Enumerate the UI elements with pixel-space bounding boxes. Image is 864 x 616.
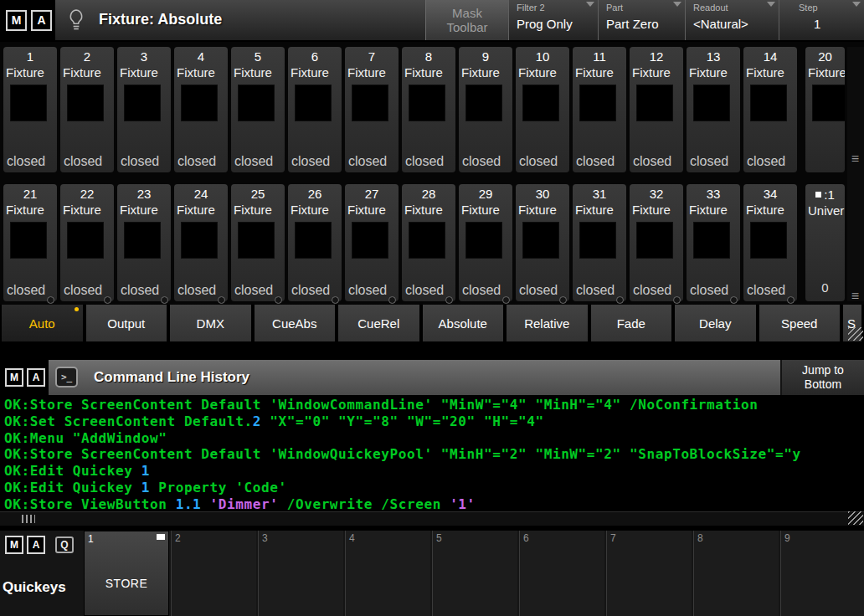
quickeys-window: M A Q Quickeys 1STORE23456789 — [0, 531, 864, 616]
fixture-status: closed — [405, 154, 444, 169]
fixture-status: closed — [576, 154, 615, 169]
fixture-cell[interactable]: 4Fixtureclosed — [174, 47, 228, 172]
fixture-value-box — [352, 222, 388, 259]
quickey-tile[interactable]: 3 — [258, 531, 343, 616]
fixture-cell[interactable]: 11Fixtureclosed — [573, 47, 626, 172]
fixture-cell[interactable]: 27Fixtureclosed — [345, 184, 399, 301]
universe-square-icon — [815, 192, 821, 198]
fixture-cell[interactable]: 9Fixtureclosed — [459, 47, 512, 172]
fixture-cell[interactable]: 24Fixtureclosed — [174, 184, 228, 301]
quickey-number: 6 — [523, 532, 529, 544]
fixture-cell[interactable]: 29Fixtureclosed — [459, 184, 512, 301]
fixture-cell[interactable]: 14Fixtureclosed — [743, 47, 797, 172]
fixture-id: 1 — [3, 47, 57, 64]
scrollbar-handle-icon[interactable]: ≡ — [848, 152, 862, 165]
quickey-tile[interactable]: 2 — [171, 531, 256, 616]
fixture-cell[interactable]: 6Fixtureclosed — [288, 47, 342, 172]
fixture-cell[interactable]: 2Fixtureclosed — [60, 47, 114, 172]
part-dropdown[interactable]: Part Part Zero — [598, 0, 685, 40]
fixture-cell[interactable]: 13Fixtureclosed — [687, 47, 740, 172]
fixture-cell[interactable]: 8Fixtureclosed — [402, 47, 455, 172]
fixture-cell[interactable]: 10Fixtureclosed — [516, 47, 569, 172]
vertical-scrollbar[interactable]: ≡ ≡ — [847, 47, 864, 301]
command-segment: '1' — [450, 496, 476, 511]
fixture-cell[interactable]: 20 Fixture — [805, 47, 845, 172]
quickey-number: 7 — [610, 532, 616, 544]
filter-dropdown[interactable]: Filter 2 Prog Only — [508, 0, 598, 40]
quickey-tile[interactable]: 9 — [780, 531, 864, 616]
tab-absolute[interactable]: Absolute — [423, 305, 504, 341]
tab-output[interactable]: Output — [86, 305, 167, 341]
ma-logo[interactable]: M A — [0, 0, 55, 40]
fixture-cell[interactable]: 5Fixtureclosed — [231, 47, 285, 172]
command-segment: OK:Edit Quickey — [4, 480, 141, 495]
fixture-cell[interactable]: 1Fixtureclosed — [3, 47, 57, 172]
fixture-cell[interactable]: 26Fixtureclosed — [288, 184, 342, 301]
fixture-status: closed — [7, 154, 45, 169]
quickeys-titlebar[interactable]: M A Q — [5, 536, 74, 554]
fixture-name: Fixture — [516, 203, 569, 217]
command-line-icon: >_ — [55, 367, 78, 388]
quickey-tile[interactable]: 8 — [693, 531, 779, 616]
fixture-cell[interactable]: 34Fixtureclosed — [743, 184, 797, 301]
universe-label: :1 — [824, 187, 835, 202]
step-dropdown[interactable]: Step 1 — [779, 0, 864, 40]
fixture-cell[interactable]: 32Fixtureclosed — [630, 184, 683, 301]
fixture-value-box — [124, 85, 161, 121]
chevron-down-icon — [767, 2, 775, 7]
fixture-cell[interactable]: 7Fixtureclosed — [345, 47, 399, 172]
quickey-tile[interactable]: 4 — [345, 531, 430, 616]
jump-to-bottom-button[interactable]: Jump to Bottom — [780, 360, 864, 395]
resize-grip-icon[interactable] — [848, 327, 863, 341]
fixture-cell[interactable]: 31Fixtureclosed — [573, 184, 626, 301]
fixture-id: 34 — [743, 184, 797, 201]
quickey-tile[interactable]: 1STORE — [84, 531, 169, 616]
column-marker-dot — [730, 296, 738, 304]
mask-toolbar-button[interactable]: Mask Toolbar — [425, 0, 508, 40]
quickey-tile[interactable]: 5 — [432, 531, 517, 616]
tab-fade[interactable]: Fade — [591, 305, 672, 341]
fixture-cell[interactable]: 33Fixtureclosed — [687, 184, 740, 301]
command-history-titlebar[interactable]: M A >_ Command Line History Jump to Bott… — [0, 360, 864, 395]
tab-delay[interactable]: Delay — [675, 305, 756, 341]
ma-logo[interactable]: M A — [0, 360, 49, 395]
scrollbar-handle-icon[interactable] — [22, 515, 35, 523]
tab-cueabs[interactable]: CueAbs — [255, 305, 336, 341]
tab-dmx[interactable]: DMX — [170, 305, 251, 341]
tab-cuerel[interactable]: CueRel — [338, 305, 419, 341]
fixture-cell[interactable]: 25Fixtureclosed — [231, 184, 285, 301]
fixture-cell[interactable]: 23Fixtureclosed — [117, 184, 171, 301]
fixture-name: Fixture — [60, 65, 114, 80]
universe-cell[interactable]: :1 Univer 0 — [805, 184, 845, 301]
command-history-log[interactable]: OK:Store ScreenContent Default 'WindowCo… — [0, 395, 864, 511]
fixture-id: 7 — [345, 47, 399, 64]
universe-value: 0 — [805, 280, 845, 295]
fixture-id: 6 — [288, 47, 342, 64]
fixture-sheet: 1Fixtureclosed2Fixtureclosed3Fixtureclos… — [0, 42, 864, 305]
command-segment: OK:Set ScreenContent Default. — [4, 413, 253, 429]
fixture-cell[interactable]: 30Fixtureclosed — [516, 184, 569, 301]
tab-relative[interactable]: Relative — [507, 305, 588, 341]
quickey-tile[interactable]: 6 — [519, 531, 604, 616]
fixture-id: 21 — [3, 184, 57, 201]
fixture-status: closed — [121, 154, 159, 169]
lamp-icon[interactable] — [67, 8, 85, 35]
fixture-cell[interactable]: 21Fixtureclosed — [3, 184, 57, 301]
fixture-window-titlebar[interactable]: M A Fixture: Absolute Mask Toolbar Filte… — [0, 0, 864, 40]
fixture-cell[interactable]: 22Fixtureclosed — [60, 184, 114, 301]
fixture-name: Fixture — [743, 65, 797, 80]
fixture-cell[interactable]: 28Fixtureclosed — [402, 184, 455, 301]
resize-grip-icon[interactable] — [848, 511, 863, 525]
readout-dropdown[interactable]: Readout <Natural> — [685, 0, 779, 40]
fixture-cell[interactable]: 3Fixtureclosed — [117, 47, 171, 172]
fixture-name: Fixture — [402, 203, 455, 217]
quickey-tile[interactable]: 7 — [606, 531, 692, 616]
scrollbar-handle-icon[interactable]: ≡ — [848, 290, 862, 302]
fixture-cell[interactable]: 12Fixtureclosed — [630, 47, 683, 172]
command-segment: "X"="0" "Y"="8" "W"="20" "H"="4" — [261, 413, 544, 429]
tab-speed[interactable]: Speed — [759, 305, 841, 341]
fixture-name: Fixture — [743, 203, 797, 217]
fixture-row-1: 1Fixtureclosed2Fixtureclosed3Fixtureclos… — [3, 47, 797, 172]
tab-auto[interactable]: Auto — [2, 305, 83, 341]
horizontal-scrollbar[interactable] — [0, 511, 864, 526]
